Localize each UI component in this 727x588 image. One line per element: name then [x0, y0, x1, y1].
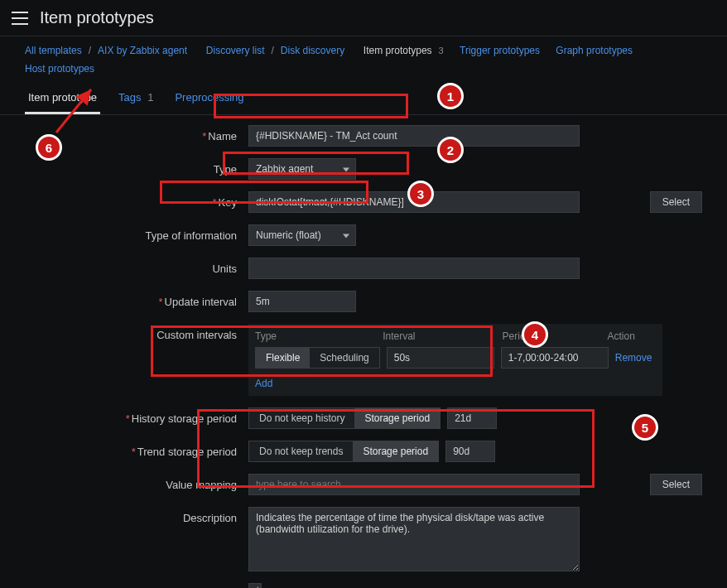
history-value-input[interactable] — [447, 407, 497, 429]
bc-graph-prototypes[interactable]: Graph prototypes — [556, 45, 633, 56]
bc-item-count: 3 — [439, 46, 444, 55]
bc-trigger-prototypes[interactable]: Trigger prototypes — [460, 45, 540, 56]
key-input[interactable] — [248, 191, 580, 213]
trend-segment: Do not keep trends Storage period — [248, 441, 439, 462]
bc-discovery-rule[interactable]: Disk discovery — [281, 45, 344, 56]
tab-tags[interactable]: Tags 1 — [115, 84, 156, 114]
int-flexible-opt[interactable]: Flexible — [256, 348, 310, 368]
value-mapping-select-button[interactable]: Select — [650, 474, 702, 495]
lbl-trend: Trend storage period — [137, 446, 237, 458]
units-input[interactable] — [248, 258, 580, 279]
bc-all-templates[interactable]: All templates — [25, 45, 82, 56]
int-head-type: Type — [255, 330, 383, 342]
lbl-units: Units — [212, 263, 237, 275]
value-mapping-input[interactable] — [248, 474, 580, 495]
int-type-segment: Flexible Scheduling — [255, 347, 380, 369]
type-of-info-select[interactable]: Numeric (float) — [248, 224, 356, 246]
trend-storage-opt[interactable]: Storage period — [353, 441, 438, 461]
lbl-key: Key — [219, 196, 237, 209]
lbl-name: Name — [208, 130, 237, 142]
history-storage-opt[interactable]: Storage period — [354, 408, 440, 428]
lbl-type: Type — [214, 163, 237, 176]
trend-no-keep-opt[interactable]: Do not keep trends — [249, 441, 353, 461]
trend-value-input[interactable] — [445, 441, 495, 462]
menu-icon[interactable] — [12, 12, 28, 25]
tab-item-prototype[interactable]: Item prototype — [25, 84, 100, 114]
lbl-update-interval: Update interval — [165, 296, 237, 308]
int-interval-input[interactable] — [387, 347, 494, 369]
int-remove-link[interactable]: Remove — [615, 352, 652, 364]
lbl-description: Description — [183, 512, 237, 524]
int-head-period: Period — [503, 330, 608, 342]
lbl-value-mapping: Value mapping — [166, 479, 237, 491]
lbl-custom-intervals: Custom intervals — [156, 329, 237, 341]
int-head-interval: Interval — [383, 330, 502, 342]
int-head-action: Action — [607, 330, 656, 342]
int-scheduling-opt[interactable]: Scheduling — [310, 348, 378, 368]
description-textarea[interactable]: Indicates the percentage of time the phy… — [248, 507, 580, 571]
int-add-link[interactable]: Add — [255, 378, 272, 389]
bc-discovery-list[interactable]: Discovery list — [206, 45, 265, 56]
history-no-keep-opt[interactable]: Do not keep history — [249, 408, 354, 428]
breadcrumb: All templates / AIX by Zabbix agent Disc… — [0, 36, 727, 80]
tab-tags-count: 1 — [147, 91, 153, 104]
tab-tags-label: Tags — [118, 91, 141, 104]
history-segment: Do not keep history Storage period — [248, 407, 441, 429]
tab-preprocessing[interactable]: Preprocessing — [171, 84, 247, 114]
lbl-history: History storage period — [132, 412, 237, 425]
key-select-button[interactable]: Select — [650, 191, 702, 213]
bc-sep: / — [89, 45, 91, 56]
create-enabled-checkbox[interactable] — [248, 583, 262, 588]
tabs: Item prototype Tags 1 Preprocessing — [0, 80, 727, 115]
bc-sep: / — [271, 45, 273, 56]
bc-host-prototypes[interactable]: Host prototypes — [25, 63, 94, 75]
lbl-type-of-info: Type of information — [145, 229, 237, 242]
bc-item-prototypes: Item prototypes — [364, 45, 432, 56]
page-title: Item prototypes — [40, 8, 154, 27]
bc-template[interactable]: AIX by Zabbix agent — [98, 45, 187, 56]
type-select[interactable]: Zabbix agent — [248, 158, 356, 180]
int-period-input[interactable] — [501, 347, 609, 369]
name-input[interactable] — [248, 125, 580, 147]
update-interval-input[interactable] — [248, 291, 356, 312]
